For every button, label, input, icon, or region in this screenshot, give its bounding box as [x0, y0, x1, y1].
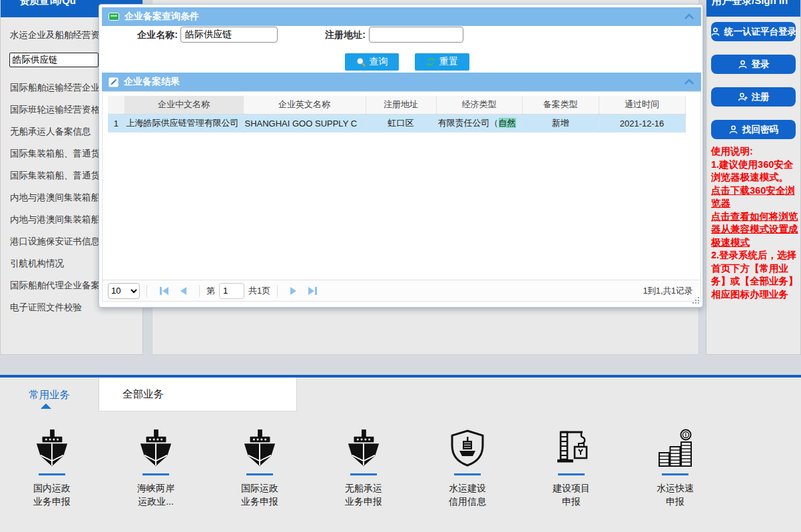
column-header-pass-date[interactable]: 通过时间	[599, 96, 685, 114]
cell-cn-name: 上海皓际供应链管理有限公司	[125, 114, 243, 133]
notice-line: 1.建议使用360安全浏览器极速模式。	[711, 158, 800, 184]
results-header: 企业备案结果	[102, 73, 701, 91]
service-label: 国内运政 业务申报	[0, 481, 104, 508]
notice-line: 使用说明:	[711, 145, 800, 158]
pager-divider	[277, 285, 278, 297]
first-page-icon[interactable]	[160, 287, 168, 295]
cell-en-name: SHANGHAI GOO SUPPLY C	[243, 114, 366, 133]
last-page-icon[interactable]	[308, 287, 317, 295]
pager-divider	[199, 285, 200, 297]
column-header-en-name[interactable]: 企业英文名称	[243, 96, 366, 114]
register-button[interactable]: 注册	[711, 87, 796, 107]
column-header-rownum	[108, 96, 125, 114]
service-intl-transport[interactable]: 国际运政 业务申报	[208, 426, 312, 508]
ship-icon	[0, 426, 104, 467]
service-construction-project[interactable]: 建设项目 申报	[519, 426, 623, 508]
service-grid: 国内运政 业务申报 海峡两岸 运政业... 国际运政 业务申报 无船承运 业务申…	[0, 426, 801, 526]
unified-auth-login-button[interactable]: 统一认证平台登录	[711, 22, 796, 41]
search-button-label: 查询	[370, 56, 388, 68]
service-underline	[246, 473, 273, 475]
service-nvocc[interactable]: 无船承运 业务申报	[312, 426, 415, 508]
service-underline	[142, 473, 169, 475]
results-area: 企业中文名称 企业英文名称 注册地址 经济类型 备案类型 通过时间 1 上海皓际…	[102, 91, 701, 302]
query-conditions-header: 企业备案查询条件	[102, 7, 701, 26]
service-credit-info[interactable]: 水运建设 信用信息	[415, 426, 519, 508]
download-360-browser-link[interactable]: 点击下载360安全浏览器	[711, 184, 800, 210]
registered-address-label: 注册地址:	[314, 29, 366, 41]
login-label: 登录	[752, 59, 770, 71]
shield-ship-icon	[415, 426, 519, 467]
unified-auth-login-label: 统一认证平台登录	[724, 26, 796, 38]
registered-address-input[interactable]	[369, 27, 463, 43]
service-label: 国际运政 业务申报	[208, 481, 312, 508]
search-button[interactable]: 查询	[345, 53, 399, 71]
active-tab-pointer	[41, 403, 51, 409]
magnifier-icon	[356, 57, 366, 67]
service-cross-strait-transport[interactable]: 海峡两岸 运政业...	[104, 426, 208, 508]
person-icon	[738, 59, 748, 69]
results-table: 企业中文名称 企业英文名称 注册地址 经济类型 备案类型 通过时间 1 上海皓际…	[108, 96, 686, 133]
crane-icon	[519, 426, 623, 467]
person-plus-icon	[738, 92, 748, 102]
record-summary: 1到1,共1记录	[643, 286, 692, 297]
next-page-icon[interactable]	[290, 287, 296, 295]
pagination-bar: 10 第 共1页 1到1,共1记录	[103, 280, 700, 301]
page-prefix-label: 第	[206, 285, 215, 297]
results-title: 企业备案结果	[124, 76, 180, 88]
recover-password-label: 找回密码	[742, 124, 778, 136]
service-fast-declaration[interactable]: 水运快速 申报	[623, 426, 727, 508]
register-label: 注册	[752, 91, 770, 103]
recover-password-button[interactable]: 找回密码	[711, 120, 796, 139]
cell-address: 虹口区	[366, 114, 436, 133]
coins-icon	[623, 426, 727, 467]
edit-icon	[109, 77, 119, 87]
service-label: 海峡两岸 运政业...	[104, 481, 208, 508]
total-pages-label: 共1页	[248, 285, 270, 297]
login-sidebar: 用户登录/Sign in 统一认证平台登录 登录 注册 找回密码 使用说明: 1…	[706, 0, 801, 355]
business-section: 常用业务 全部业务 国内运政 业务申报 海峡两岸 运政业... 国际运政 业务申…	[0, 378, 801, 532]
collapse-query-chevron-up-icon[interactable]	[684, 13, 694, 20]
resize-grip[interactable]	[698, 302, 699, 304]
service-label: 水运快速 申报	[623, 481, 727, 508]
ship-icon	[104, 426, 208, 467]
collapse-results-chevron-up-icon[interactable]	[684, 79, 694, 85]
query-conditions-title: 企业备案查询条件	[125, 11, 199, 23]
service-label: 无船承运 业务申报	[312, 481, 415, 508]
table-header-row: 企业中文名称 企业英文名称 注册地址 经济类型 备案类型 通过时间	[108, 96, 685, 114]
cell-pass-date: 2021-12-16	[599, 114, 685, 133]
column-header-economic-type[interactable]: 经济类型	[436, 96, 522, 114]
cell-rownum: 1	[108, 114, 125, 133]
person-icon	[710, 27, 720, 37]
reset-button[interactable]: 重置	[415, 53, 469, 71]
notice-line: 2.登录系统后，选择首页下方【常用业务】或【全部业务】相应图标办理业务	[711, 249, 800, 301]
economic-type-text: 有限责任公司（	[438, 118, 499, 128]
column-header-address[interactable]: 注册地址	[366, 96, 436, 114]
person-icon	[728, 125, 738, 134]
service-domestic-transport[interactable]: 国内运政 业务申报	[0, 426, 104, 508]
service-underline	[454, 473, 481, 475]
column-header-filing-type[interactable]: 备案类型	[522, 96, 599, 114]
page-size-select[interactable]: 10	[108, 283, 140, 299]
browser-mode-help-link[interactable]: 点击查看如何将浏览器从兼容模式设置成极速模式	[711, 210, 800, 250]
service-underline	[350, 473, 377, 475]
service-label: 水运建设 信用信息	[415, 481, 519, 508]
reset-icon	[426, 57, 435, 67]
company-name-label: 企业名称:	[126, 29, 178, 41]
prev-page-icon[interactable]	[180, 287, 186, 295]
ship-icon	[208, 426, 312, 467]
pager-divider	[146, 285, 147, 297]
table-row[interactable]: 1 上海皓际供应链管理有限公司 SHANGHAI GOO SUPPLY C 虹口…	[108, 114, 685, 133]
service-label: 建设项目 申报	[519, 481, 623, 508]
enterprise-filing-query-dialog: 企业备案查询条件 企业名称: 注册地址: 查询 重置 企业备案结果	[99, 4, 703, 308]
cell-economic-type: 有限责任公司（自然	[436, 114, 522, 133]
sidebar-search-input[interactable]	[9, 53, 99, 67]
card-icon	[109, 13, 119, 21]
tab-all-business[interactable]: 全部业务	[99, 378, 297, 411]
page-number-input[interactable]	[219, 283, 244, 299]
service-underline	[558, 473, 585, 475]
column-header-cn-name[interactable]: 企业中文名称	[125, 96, 243, 114]
login-button[interactable]: 登录	[711, 55, 796, 74]
company-name-input[interactable]	[180, 27, 278, 43]
usage-notice: 使用说明: 1.建议使用360安全浏览器极速模式。 点击下载360安全浏览器 点…	[711, 145, 800, 301]
service-underline	[662, 473, 688, 475]
